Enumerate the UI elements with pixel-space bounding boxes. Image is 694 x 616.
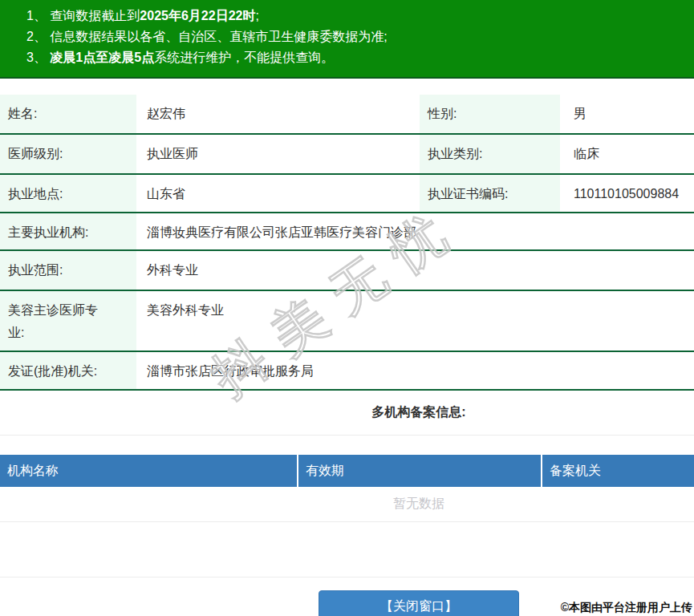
column-header-validity: 有效期 [298, 455, 542, 487]
notice-line-1: 1、 查询数据截止到2025年6月22日22时; [26, 6, 694, 26]
table-row: 医师级别: 执业医师 执业类别: 临床 [0, 135, 694, 175]
cert-value: 110110105009884 [560, 175, 694, 212]
notice-3-pre: 3、 [26, 51, 50, 64]
notice-3-bold: 凌晨1点至凌晨5点 [50, 51, 154, 64]
category-value: 临床 [560, 135, 694, 173]
multi-org-title: 多机构备案信息: [0, 403, 694, 421]
column-header-authority: 备案机关 [542, 455, 694, 487]
notice-banner: 1、 查询数据截止到2025年6月22日22时; 2、 信息数据结果以各省、自治… [0, 0, 694, 79]
page-container: 1、 查询数据截止到2025年6月22日22时; 2、 信息数据结果以各省、自治… [0, 0, 694, 616]
org-value: 淄博妆典医疗有限公司张店亚韩医疗美容门诊部 [136, 213, 694, 249]
notice-line-2: 2、 信息数据结果以各省、自治区、直辖市卫生健康委数据为准; [26, 26, 694, 47]
gender-value: 男 [560, 95, 694, 133]
issuer-label: 发证(批准)机关: [0, 352, 136, 389]
table-row: 姓名: 赵宏伟 性别: 男 [0, 95, 694, 135]
level-value: 执业医师 [136, 135, 420, 173]
table-row: 执业地点: 山东省 执业证书编码: 110110105009884 [0, 175, 694, 213]
empty-data-row: 暂无数据 [0, 487, 694, 522]
close-window-button[interactable]: 【关闭窗口】 [319, 590, 519, 616]
scope-label: 执业范围: [0, 251, 136, 290]
gender-label: 性别: [420, 95, 560, 133]
category-label: 执业类别: [420, 135, 560, 173]
name-value: 赵宏伟 [136, 95, 420, 133]
table-row: 执业范围: 外科专业 [0, 251, 694, 291]
org-label: 主要执业机构: [0, 213, 136, 249]
table-row: 发证(批准)机关: 淄博市张店区行政审批服务局 [0, 352, 694, 391]
notice-1-bold: 2025年6月22日22时 [140, 9, 255, 22]
level-label: 医师级别: [0, 135, 136, 173]
section-divider [0, 435, 694, 436]
notice-line-3: 3、 凌晨1点至凌晨5点系统进行维护，不能提供查询。 [26, 47, 694, 68]
location-label: 执业地点: [0, 175, 136, 212]
beauty-specialty-value: 美容外科专业 [136, 291, 694, 351]
cert-label: 执业证书编码: [420, 175, 560, 212]
bottom-divider [0, 577, 694, 578]
notice-3-post: 系统进行维护，不能提供查询。 [154, 51, 334, 64]
location-value: 山东省 [136, 175, 420, 212]
upload-attribution-stamp: ©本图由平台注册用户上传 [561, 601, 692, 615]
table-row: 主要执业机构: 淄博妆典医疗有限公司张店亚韩医疗美容门诊部 [0, 213, 694, 251]
physician-info-table: 姓名: 赵宏伟 性别: 男 医师级别: 执业医师 执业类别: 临床 执业地点: … [0, 95, 694, 391]
scope-value: 外科专业 [136, 251, 694, 290]
name-label: 姓名: [0, 95, 136, 133]
issuer-value: 淄博市张店区行政审批服务局 [136, 352, 694, 389]
notice-2-pre: 2、 信息数据结果以各省、自治区、直辖市卫生健康委数据为准; [26, 30, 388, 43]
notice-1-pre: 1、 查询数据截止到 [26, 9, 140, 22]
multi-org-table-header: 机构名称 有效期 备案机关 [0, 455, 694, 487]
beauty-specialty-label: 美容主诊医师专业: [8, 299, 104, 344]
notice-1-post: ; [255, 9, 258, 22]
table-row: 美容主诊医师专业: 美容外科专业 [0, 291, 694, 352]
column-header-org-name: 机构名称 [0, 455, 298, 487]
